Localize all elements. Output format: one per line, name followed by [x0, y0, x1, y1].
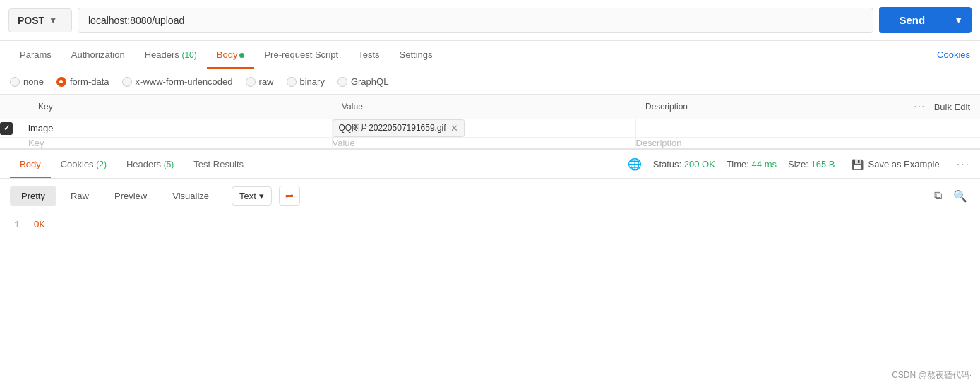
format-selector[interactable]: Text ▾ [232, 186, 272, 206]
body-type-row: none form-data x-www-form-urlencoded raw… [0, 69, 980, 95]
tab-settings[interactable]: Settings [390, 41, 443, 69]
resp-tab-visualize[interactable]: Visualize [161, 186, 220, 206]
radio-graphql-label: GraphQL [351, 76, 388, 87]
save-icon: 💾 [851, 159, 864, 170]
resp-tab-preview[interactable]: Preview [103, 186, 158, 206]
response-section: Body Cookies (2) Headers (5) Test Result… [0, 149, 980, 237]
search-button[interactable]: 🔍 [950, 186, 970, 206]
headers-badge: (10) [181, 50, 196, 60]
format-chevron-icon: ▾ [259, 191, 264, 201]
search-icon: 🔍 [953, 190, 967, 202]
status-label: Status: 200 OK [653, 159, 715, 169]
save-as-example-button[interactable]: 💾 Save as Example [846, 157, 945, 172]
empty-checkbox-cell [0, 138, 28, 149]
copy-button[interactable]: ⧉ [931, 186, 945, 205]
response-meta: 🌐 Status: 200 OK Time: 44 ms Size: 165 B… [628, 157, 970, 172]
row-checkbox[interactable] [0, 122, 13, 135]
send-button-group: Send ▼ [879, 7, 972, 33]
empty-desc-cell[interactable]: Description [635, 138, 980, 149]
response-more-options-icon[interactable]: ··· [957, 158, 970, 171]
response-tabs-row: Body Cookies (2) Headers (5) Test Result… [0, 150, 980, 179]
response-line-1: 1 OK [14, 220, 966, 230]
table-row: image QQ图片20220507191659.gif ✕ [0, 119, 980, 138]
radio-raw-label: raw [259, 76, 274, 87]
empty-value-placeholder: Value [333, 138, 355, 148]
row-desc-cell[interactable] [635, 119, 980, 138]
radio-raw[interactable]: raw [246, 76, 274, 87]
response-body-tabs: Pretty Raw Preview Visualize Text ▾ ⇌ ⧉ … [0, 179, 980, 213]
radio-graphql-circle [337, 77, 347, 87]
request-tabs: Params Authorization Headers (10) Body P… [0, 41, 980, 69]
empty-value-cell[interactable]: Value [332, 138, 635, 149]
row-checkbox-cell [0, 119, 28, 138]
radio-form-data[interactable]: form-data [56, 76, 109, 87]
wrap-lines-button[interactable]: ⇌ [279, 186, 300, 206]
more-options-icon[interactable]: ··· [914, 100, 925, 113]
empty-key-cell[interactable]: Key [28, 138, 332, 149]
response-tab-cookies[interactable]: Cookies (2) [51, 150, 116, 178]
url-bar: POST ▼ Send ▼ [0, 0, 980, 41]
line-number-1: 1 [14, 220, 20, 230]
radio-binary[interactable]: binary [287, 76, 325, 87]
radio-none-circle [10, 77, 20, 87]
row-value-cell[interactable]: QQ图片20220507191659.gif ✕ [332, 119, 635, 138]
response-content: 1 OK [0, 213, 980, 237]
cookies-link[interactable]: Cookies [937, 49, 970, 60]
response-tab-body[interactable]: Body [10, 150, 51, 178]
body-dot [239, 53, 244, 58]
radio-binary-label: binary [300, 76, 325, 87]
radio-raw-circle [246, 77, 256, 87]
globe-icon: 🌐 [628, 157, 642, 171]
time-label: Time: 44 ms [727, 159, 777, 169]
method-label: POST [18, 15, 44, 26]
radio-none[interactable]: none [10, 76, 44, 87]
th-key: Key [28, 95, 332, 119]
th-checkbox [0, 95, 28, 119]
empty-desc-placeholder: Description [636, 138, 682, 148]
copy-icon: ⧉ [934, 189, 942, 201]
form-data-table: Key Value Description ··· Bulk Edit imag… [0, 95, 980, 149]
radio-binary-circle [287, 77, 297, 87]
ok-response-text: OK [34, 220, 45, 230]
table-row-empty: Key Value Description [0, 138, 980, 149]
tab-tests[interactable]: Tests [348, 41, 389, 69]
tab-authorization[interactable]: Authorization [61, 41, 135, 69]
remove-file-icon[interactable]: ✕ [450, 123, 458, 133]
cookies-response-badge: (2) [96, 160, 107, 169]
file-name: QQ图片20220507191659.gif [339, 122, 446, 134]
bulk-edit-button[interactable]: Bulk Edit [934, 102, 970, 112]
row-key-cell[interactable]: image [28, 119, 332, 138]
wrap-icon: ⇌ [285, 190, 294, 201]
radio-form-data-label: form-data [70, 76, 109, 87]
radio-urlencoded-label: x-www-form-urlencoded [136, 76, 233, 87]
tab-params[interactable]: Params [10, 41, 61, 69]
th-description-row: Description ··· Bulk Edit [635, 95, 980, 119]
th-value: Value [332, 95, 635, 119]
tab-pre-request-script[interactable]: Pre-request Script [254, 41, 348, 69]
save-example-label: Save as Example [868, 159, 939, 169]
radio-urlencoded-circle [122, 77, 132, 87]
resp-tab-pretty[interactable]: Pretty [10, 186, 56, 206]
radio-graphql[interactable]: GraphQL [337, 76, 388, 87]
method-chevron-icon: ▼ [49, 16, 57, 25]
time-value: 44 ms [752, 159, 777, 169]
size-label: Size: 165 B [788, 159, 835, 169]
resp-tab-raw[interactable]: Raw [59, 186, 100, 206]
url-input[interactable] [78, 8, 873, 33]
response-tab-headers[interactable]: Headers (5) [116, 150, 184, 178]
tab-body[interactable]: Body [207, 41, 255, 69]
send-button[interactable]: Send [879, 7, 945, 33]
file-tag: QQ图片20220507191659.gif ✕ [333, 119, 465, 137]
send-dropdown-button[interactable]: ▼ [945, 7, 972, 33]
radio-urlencoded[interactable]: x-www-form-urlencoded [122, 76, 233, 87]
response-tab-test-results[interactable]: Test Results [184, 150, 253, 178]
row-key-value: image [28, 123, 53, 133]
tab-headers[interactable]: Headers (10) [135, 41, 207, 69]
radio-form-data-circle [56, 77, 66, 87]
method-selector[interactable]: POST ▼ [8, 8, 72, 32]
radio-none-label: none [23, 76, 44, 87]
status-value: 200 OK [684, 159, 715, 169]
empty-key-placeholder: Key [28, 138, 44, 148]
size-value: 165 B [811, 159, 835, 169]
headers-response-badge: (5) [164, 160, 174, 169]
